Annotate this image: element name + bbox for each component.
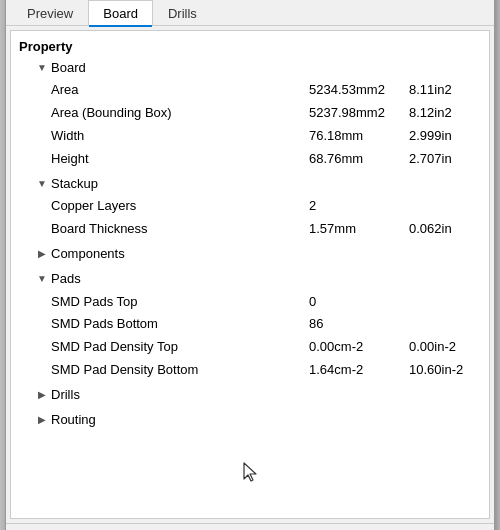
- tab-drills[interactable]: Drills: [153, 0, 212, 26]
- area-label: Area: [51, 80, 309, 101]
- height-val2: 2.707in: [409, 149, 489, 170]
- width-val2: 2.999in: [409, 126, 489, 147]
- board-thickness-label: Board Thickness: [51, 219, 309, 240]
- smd-pads-bottom-label: SMD Pads Bottom: [51, 314, 309, 335]
- area-bounding-val2: 8.12in2: [409, 103, 489, 124]
- footer: Close: [6, 523, 494, 530]
- pads-chevron[interactable]: ▼: [35, 271, 49, 287]
- smd-pads-top-row: SMD Pads Top 0: [11, 291, 489, 314]
- stackup-chevron[interactable]: ▼: [35, 176, 49, 192]
- routing-section: ▶ Routing: [11, 408, 489, 433]
- board-section: ▼ Board Area 5234.53mm2 8.11in2 Area (Bo…: [11, 56, 489, 172]
- smd-density-bottom-row: SMD Pad Density Bottom 1.64cm-2 10.60in-…: [11, 359, 489, 382]
- stackup-row[interactable]: ▼ Stackup: [11, 173, 489, 196]
- smd-pads-bottom-row: SMD Pads Bottom 86: [11, 313, 489, 336]
- drills-chevron[interactable]: ▶: [35, 387, 49, 403]
- components-row[interactable]: ▶ Components: [11, 243, 489, 266]
- tab-preview[interactable]: Preview: [12, 0, 88, 26]
- copper-layers-label: Copper Layers: [51, 196, 309, 217]
- components-label: Components: [51, 244, 489, 265]
- pads-label: Pads: [51, 269, 489, 290]
- smd-density-top-label: SMD Pad Density Top: [51, 337, 309, 358]
- routing-chevron[interactable]: ▶: [35, 412, 49, 428]
- width-row: Width 76.18mm 2.999in: [11, 125, 489, 148]
- property-header: Property: [11, 37, 489, 56]
- height-label: Height: [51, 149, 309, 170]
- board-thickness-val1: 1.57mm: [309, 219, 409, 240]
- area-bounding-row: Area (Bounding Box) 5237.98mm2 8.12in2: [11, 102, 489, 125]
- cursor-area: [11, 432, 489, 512]
- manufacturing-preview-window: Manufacturing Preview — □ ✕ Preview Boar…: [5, 0, 495, 530]
- content-area: Property ▼ Board Area 5234.53mm2 8.11in2…: [10, 30, 490, 520]
- board-thickness-val2: 0.062in: [409, 219, 489, 240]
- smd-density-top-row: SMD Pad Density Top 0.00cm-2 0.00in-2: [11, 336, 489, 359]
- stackup-section: ▼ Stackup Copper Layers 2 Board Thicknes…: [11, 172, 489, 242]
- area-bounding-val1: 5237.98mm2: [309, 103, 409, 124]
- pads-row[interactable]: ▼ Pads: [11, 268, 489, 291]
- tab-board[interactable]: Board: [88, 0, 153, 26]
- smd-density-bottom-label: SMD Pad Density Bottom: [51, 360, 309, 381]
- area-bounding-label: Area (Bounding Box): [51, 103, 309, 124]
- smd-density-top-val2: 0.00in-2: [409, 337, 489, 358]
- smd-pads-bottom-val1: 86: [309, 314, 409, 335]
- height-val1: 68.76mm: [309, 149, 409, 170]
- drills-label: Drills: [51, 385, 489, 406]
- drills-section: ▶ Drills: [11, 383, 489, 408]
- board-row[interactable]: ▼ Board: [11, 57, 489, 80]
- smd-pads-top-val1: 0: [309, 292, 409, 313]
- stackup-label: Stackup: [51, 174, 489, 195]
- routing-label: Routing: [51, 410, 489, 431]
- routing-row[interactable]: ▶ Routing: [11, 409, 489, 432]
- board-chevron[interactable]: ▼: [35, 60, 49, 76]
- tab-bar: Preview Board Drills: [6, 0, 494, 26]
- area-row: Area 5234.53mm2 8.11in2: [11, 79, 489, 102]
- area-val2: 8.11in2: [409, 80, 489, 101]
- width-label: Width: [51, 126, 309, 147]
- board-label: Board: [51, 58, 489, 79]
- cursor-icon: [240, 461, 260, 483]
- components-chevron[interactable]: ▶: [35, 246, 49, 262]
- components-section: ▶ Components: [11, 242, 489, 267]
- smd-density-bottom-val1: 1.64cm-2: [309, 360, 409, 381]
- copper-layers-row: Copper Layers 2: [11, 195, 489, 218]
- board-thickness-row: Board Thickness 1.57mm 0.062in: [11, 218, 489, 241]
- smd-pads-top-label: SMD Pads Top: [51, 292, 309, 313]
- smd-density-top-val1: 0.00cm-2: [309, 337, 409, 358]
- height-row: Height 68.76mm 2.707in: [11, 148, 489, 171]
- smd-density-bottom-val2: 10.60in-2: [409, 360, 489, 381]
- area-val1: 5234.53mm2: [309, 80, 409, 101]
- pads-section: ▼ Pads SMD Pads Top 0 SMD Pads Bottom 86…: [11, 267, 489, 383]
- drills-row[interactable]: ▶ Drills: [11, 384, 489, 407]
- copper-layers-val1: 2: [309, 196, 409, 217]
- width-val1: 76.18mm: [309, 126, 409, 147]
